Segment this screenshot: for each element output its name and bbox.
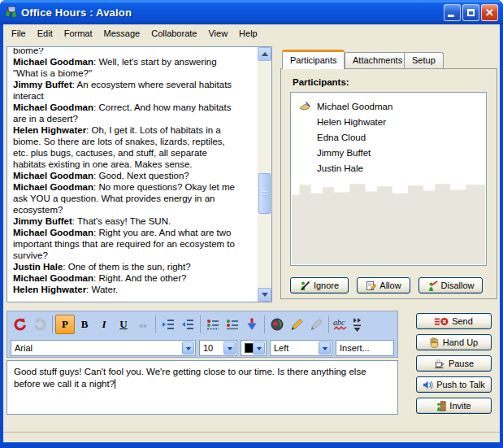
menu-item-view[interactable]: View xyxy=(202,27,233,40)
bold-label: B xyxy=(81,318,89,331)
alignment-combo[interactable]: Left xyxy=(270,340,332,356)
more-tools-button[interactable] xyxy=(351,315,364,334)
transcript-scrollbar[interactable] xyxy=(258,47,271,302)
participant-name: Edna Cloud xyxy=(317,133,366,142)
ignore-label: Ignore xyxy=(314,281,339,290)
menu-item-message[interactable]: Message xyxy=(98,27,146,40)
allow-button[interactable]: Allow xyxy=(357,277,410,294)
disallow-button[interactable]: Disallow xyxy=(418,277,483,294)
font-size-combo[interactable]: 10 xyxy=(199,340,237,356)
arrow-down-icon xyxy=(262,293,268,300)
message-input[interactable]: Good stuff guys! Can't fool you. We're g… xyxy=(7,360,398,415)
menu-bar: FileEditFormatMessageCollaborateViewHelp xyxy=(3,24,500,41)
chat-message: Helen Highwater: Oh, I get it. Lots of h… xyxy=(13,124,242,170)
typing-icon xyxy=(299,102,311,111)
minimize-icon xyxy=(448,15,454,17)
globe-icon xyxy=(270,317,284,332)
web-button[interactable] xyxy=(267,315,287,334)
format-list-a-button[interactable] xyxy=(203,315,223,334)
participant-item[interactable]: Helen Highwater xyxy=(291,115,486,130)
insert-field[interactable]: Insert... xyxy=(336,340,394,356)
menu-item-collaborate[interactable]: Collaborate xyxy=(145,27,202,40)
plain-label: P xyxy=(62,318,68,331)
redo-button[interactable] xyxy=(30,315,50,334)
underline-button[interactable]: U xyxy=(114,315,133,334)
tab-attachments[interactable]: Attachments xyxy=(345,52,410,69)
chevron-down-icon[interactable] xyxy=(223,341,236,354)
italic-button[interactable]: I xyxy=(94,315,114,334)
chevron-down-icon[interactable] xyxy=(253,341,265,354)
maximize-button[interactable] xyxy=(462,4,479,21)
participant-item[interactable]: Michael Goodman xyxy=(291,99,486,115)
minimize-button[interactable] xyxy=(444,4,461,21)
indent-increase-icon xyxy=(161,317,176,332)
chat-message: Jimmy Buffet: That's easy! The SUN. xyxy=(13,215,242,227)
undo-button[interactable] xyxy=(11,315,30,334)
ignore-person-icon xyxy=(300,281,310,291)
font-family-combo[interactable]: Arial xyxy=(11,340,196,356)
font-color-combo[interactable] xyxy=(241,340,267,356)
chevron-down-icon[interactable] xyxy=(319,341,331,354)
down-arrow-icon xyxy=(245,317,259,332)
gray-pen-icon xyxy=(309,317,323,332)
status-bar xyxy=(3,432,500,442)
ignore-button[interactable]: Ignore xyxy=(290,277,349,294)
participant-name: Helen Highwater xyxy=(317,117,386,127)
participant-list[interactable]: Michael GoodmanHelen HighwaterEdna Cloud… xyxy=(290,92,487,266)
menu-item-file[interactable]: File xyxy=(6,27,32,40)
send-label: Send xyxy=(452,316,473,326)
send-button[interactable]: Send xyxy=(416,313,492,329)
toolbar-separator xyxy=(200,315,201,333)
hand-up-button[interactable]: Hand Up xyxy=(416,334,492,350)
invite-button[interactable]: Invite xyxy=(416,398,492,414)
pause-label: Pause xyxy=(449,359,474,368)
indent-decrease-button[interactable] xyxy=(178,315,197,334)
format-list-b-button[interactable] xyxy=(223,315,242,334)
menu-item-help[interactable]: Help xyxy=(233,27,263,40)
speaker-icon xyxy=(423,381,433,389)
text-caret xyxy=(115,379,115,389)
repaint-artifact xyxy=(292,180,485,264)
push-to-talk-button[interactable]: Push to Talk xyxy=(416,376,492,393)
scroll-up-button[interactable] xyxy=(258,47,271,61)
tab-participants[interactable]: Participants xyxy=(282,50,345,69)
scroll-down-button[interactable] xyxy=(258,288,271,302)
participant-name: Jimmy Buffet xyxy=(317,148,371,158)
participant-item[interactable]: Edna Cloud xyxy=(291,130,486,146)
spell-check-button[interactable]: abc xyxy=(332,315,351,334)
indent-increase-button[interactable] xyxy=(158,315,178,334)
menu-item-edit[interactable]: Edit xyxy=(32,27,59,40)
disallow-label: Disallow xyxy=(441,281,475,290)
italic-label: I xyxy=(102,318,106,331)
special-characters-label: «» xyxy=(139,320,147,329)
special-characters-button[interactable]: «» xyxy=(133,315,153,334)
insert-value: Insert... xyxy=(340,343,370,353)
chat-message: Michael Goodman: Well, let's start by an… xyxy=(13,56,242,79)
menu-item-format[interactable]: Format xyxy=(59,27,98,40)
svg-text:abc: abc xyxy=(333,318,345,327)
plain-text-button[interactable]: P xyxy=(55,315,75,334)
redo-icon xyxy=(33,317,47,332)
toolbar-separator xyxy=(264,315,265,333)
insert-down-arrow-button[interactable] xyxy=(242,315,262,334)
coffee-cup-icon xyxy=(434,359,445,369)
send-icon xyxy=(435,317,449,326)
bold-button[interactable]: B xyxy=(75,315,94,334)
toolbar-separator xyxy=(155,315,156,333)
participant-name: Justin Hale xyxy=(317,163,363,173)
tab-setup[interactable]: Setup xyxy=(404,52,444,69)
font-family-value: Arial xyxy=(15,343,33,353)
participant-item[interactable]: Justin Hale xyxy=(291,161,486,176)
yellow-pen-icon xyxy=(289,317,304,332)
close-button[interactable]: ✕ xyxy=(481,4,498,21)
scrollbar-thumb[interactable] xyxy=(258,173,271,214)
chevron-down-icon[interactable] xyxy=(182,341,194,354)
draw-pen-button[interactable] xyxy=(306,315,326,334)
disallow-person-icon xyxy=(427,281,438,291)
chat-message: Michael Goodman: Good. Next question? xyxy=(13,170,242,181)
participant-item[interactable]: Jimmy Buffet xyxy=(291,146,486,161)
pause-button[interactable]: Pause xyxy=(416,355,492,372)
highlight-pen-button[interactable] xyxy=(287,315,306,334)
toolbar-separator xyxy=(328,315,329,333)
allow-note-icon xyxy=(366,281,376,291)
